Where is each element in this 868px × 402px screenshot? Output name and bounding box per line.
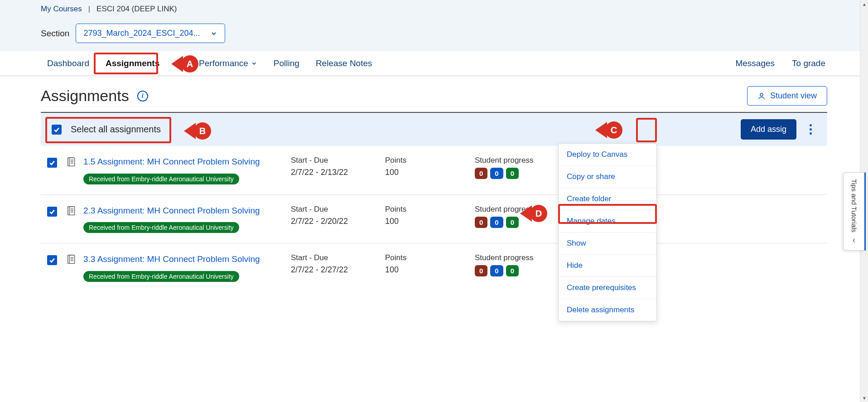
- menu-delete-assignments[interactable]: Delete assignments: [559, 299, 656, 321]
- callout-a: A: [171, 55, 198, 73]
- assignment-title-link[interactable]: 3.3 Assignment: MH Connect Problem Solvi…: [83, 254, 260, 264]
- svg-rect-7: [69, 207, 75, 215]
- scroll-down-arrow-icon[interactable]: ▼: [860, 394, 868, 402]
- breadcrumb-current: ESCI 204 (DEEP LINK): [96, 5, 177, 14]
- tips-tab-label: Tips and Tutorials: [850, 179, 858, 232]
- received-badge: Received from Embry-riddle Aeronautical …: [83, 174, 239, 184]
- select-all-label: Select all assignments: [71, 124, 161, 135]
- breadcrumb-my-courses[interactable]: My Courses: [41, 5, 82, 14]
- nav-performance-label: Performance: [199, 58, 248, 68]
- nav-to-grade[interactable]: To grade: [790, 54, 827, 73]
- dot-icon: [810, 124, 812, 126]
- dates-value: 2/7/22 - 2/13/22: [291, 168, 381, 177]
- svg-rect-12: [69, 255, 75, 263]
- row-checkbox[interactable]: [47, 207, 57, 217]
- assignment-row: 2.3 Assignment: MH Connect Problem Solvi…: [41, 195, 827, 244]
- dates-label: Start - Due: [291, 156, 381, 165]
- check-icon: [48, 257, 56, 264]
- nav-assignments[interactable]: Assignments: [104, 54, 161, 73]
- progress-pill-blue[interactable]: 0: [490, 168, 503, 179]
- student-view-button[interactable]: Student view: [747, 86, 827, 106]
- menu-create-prerequisites[interactable]: Create prerequisites: [559, 277, 656, 299]
- student-view-label: Student view: [770, 91, 817, 101]
- assignments-toolbar: Select all assignments Add assig: [41, 113, 827, 146]
- received-badge: Received from Embry-riddle Aeronautical …: [83, 222, 239, 233]
- breadcrumb-separator: |: [88, 5, 90, 14]
- nav-bar: Dashboard Assignments Li Performance Pol…: [0, 51, 868, 76]
- progress-pill-green[interactable]: 0: [506, 217, 519, 228]
- assignment-row: 3.3 Assignment: MH Connect Problem Solvi…: [41, 243, 827, 292]
- dot-icon: [810, 128, 812, 131]
- menu-copy-or-share[interactable]: Copy or share: [559, 166, 656, 188]
- progress-pill-blue[interactable]: 0: [490, 217, 503, 228]
- dot-icon: [810, 132, 812, 135]
- svg-point-0: [760, 93, 763, 96]
- info-icon[interactable]: i: [137, 91, 148, 102]
- nav-dashboard[interactable]: Dashboard: [45, 54, 91, 73]
- tips-and-tutorials-tab[interactable]: Tips and Tutorials ›: [843, 172, 866, 251]
- add-assignment-button[interactable]: Add assig: [741, 119, 796, 140]
- document-icon: [67, 253, 80, 267]
- assignment-row: 1.5 Assignment: MH Connect Problem Solvi…: [41, 146, 827, 195]
- callout-b: B: [184, 122, 211, 140]
- row-checkbox[interactable]: [47, 158, 57, 168]
- received-badge: Received from Embry-riddle Aeronautical …: [83, 271, 239, 282]
- progress-pill-red[interactable]: 0: [475, 217, 487, 228]
- page-title-text: Assignments: [41, 87, 129, 105]
- points-label: Points: [385, 156, 471, 165]
- nav-performance[interactable]: Performance: [197, 54, 259, 73]
- chevron-down-icon: [251, 60, 257, 67]
- more-actions-menu: Deploy to Canvas Copy or share Create fo…: [558, 143, 657, 321]
- nav-polling[interactable]: Polling: [272, 54, 301, 73]
- section-label: Section: [41, 29, 69, 39]
- assignment-title-link[interactable]: 1.5 Assignment: MH Connect Problem Solvi…: [83, 157, 260, 166]
- dates-label: Start - Due: [291, 253, 381, 262]
- points-label: Points: [385, 253, 471, 262]
- menu-create-folder[interactable]: Create folder: [559, 188, 656, 210]
- page-title: Assignments i: [41, 87, 148, 105]
- menu-show[interactable]: Show: [559, 232, 656, 255]
- callout-b-label: B: [194, 122, 211, 140]
- assignment-title-link[interactable]: 2.3 Assignment: MH Connect Problem Solvi…: [83, 206, 260, 215]
- breadcrumb: My Courses | ESCI 204 (DEEP LINK): [41, 4, 827, 14]
- dates-value: 2/7/22 - 2/27/22: [291, 265, 381, 275]
- select-all-checkbox[interactable]: [52, 125, 62, 135]
- callout-c-label: C: [605, 121, 622, 139]
- points-value: 100: [385, 217, 471, 226]
- dates-value: 2/7/22 - 2/20/22: [291, 217, 381, 226]
- progress-label: Student progress: [475, 156, 565, 165]
- menu-hide[interactable]: Hide: [559, 255, 656, 277]
- nav-messages[interactable]: Messages: [733, 54, 776, 73]
- progress-pill-red[interactable]: 0: [475, 265, 487, 276]
- check-icon: [48, 208, 56, 215]
- document-icon: [67, 205, 80, 218]
- points-label: Points: [385, 205, 471, 214]
- progress-pill-green[interactable]: 0: [506, 168, 519, 179]
- section-selected-value: 2793_March_2024_ESCI_204...: [83, 29, 200, 38]
- chevron-left-icon: ›: [853, 236, 855, 246]
- person-icon: [757, 92, 766, 100]
- progress-pill-red[interactable]: 0: [475, 168, 487, 179]
- chevron-down-icon: [210, 30, 217, 37]
- section-dropdown[interactable]: 2793_March_2024_ESCI_204...: [76, 24, 225, 43]
- callout-d-label: D: [530, 205, 547, 222]
- progress-label: Student progress: [475, 253, 565, 262]
- callout-c: C: [595, 121, 622, 139]
- callout-d: D: [520, 205, 547, 222]
- menu-manage-dates[interactable]: Manage dates: [559, 210, 656, 232]
- check-icon: [48, 159, 56, 166]
- dates-label: Start - Due: [291, 205, 381, 214]
- more-actions-button[interactable]: [802, 120, 819, 140]
- check-icon: [53, 126, 60, 133]
- points-value: 100: [385, 265, 471, 275]
- nav-release-notes[interactable]: Release Notes: [314, 54, 374, 73]
- scroll-up-arrow-icon[interactable]: ▲: [860, 0, 868, 8]
- svg-rect-2: [69, 158, 75, 166]
- progress-pill-green[interactable]: 0: [506, 265, 519, 276]
- menu-deploy-to-canvas[interactable]: Deploy to Canvas: [559, 144, 656, 166]
- points-value: 100: [385, 168, 471, 177]
- row-checkbox[interactable]: [47, 255, 57, 265]
- document-icon: [67, 156, 80, 170]
- callout-a-label: A: [181, 55, 198, 73]
- progress-pill-blue[interactable]: 0: [490, 265, 503, 276]
